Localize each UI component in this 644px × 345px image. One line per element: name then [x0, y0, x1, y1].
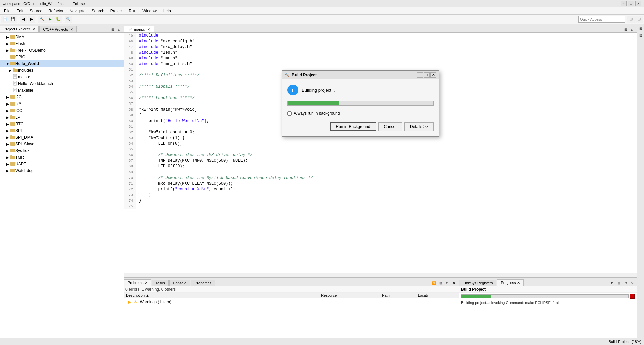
menu-item-help[interactable]: Help: [160, 8, 174, 14]
line-code-58[interactable]: "kw">int main("kw">void): [136, 107, 197, 113]
tree-item-tmr[interactable]: ▶TMR: [0, 154, 124, 161]
problems-maximize-btn[interactable]: □: [444, 280, 450, 286]
menu-item-file[interactable]: File: [1, 8, 13, 14]
line-code-59[interactable]: {: [136, 113, 141, 118]
line-code-49[interactable]: #include "tmr.h": [136, 56, 177, 61]
tree-item-i2c[interactable]: ▶I2C: [0, 94, 124, 100]
forward-button[interactable]: ▶: [28, 16, 35, 23]
tree-item-watchdog[interactable]: ▶Watchdog: [0, 167, 124, 174]
close-button[interactable]: ✕: [635, 1, 641, 6]
line-code-66[interactable]: /* Demonstrates the TMR driver delay */: [136, 152, 252, 158]
line-code-45[interactable]: #include: [136, 33, 161, 39]
tree-item-spi[interactable]: ▶SPI: [0, 127, 124, 134]
line-code-52[interactable]: /***** Definitions *****/: [136, 73, 199, 78]
tree-item-icc[interactable]: ▶ICC: [0, 107, 124, 114]
sidebar-tree[interactable]: ▶DMA▶Flash▶FreeRTOSDemo GPIO▼Hello_World…: [0, 33, 124, 338]
line-code-61[interactable]: [136, 124, 139, 130]
tree-item-makefile[interactable]: Makefile: [0, 87, 124, 94]
menu-item-window[interactable]: Window: [140, 8, 159, 14]
line-code-63[interactable]: "kw">while(1) {: [136, 135, 185, 141]
line-code-56[interactable]: /***** Functions *****/: [136, 95, 195, 101]
line-code-70[interactable]: /* Demonstrates the SysTick-based conven…: [136, 175, 313, 181]
details-button[interactable]: Details >>: [404, 122, 434, 131]
line-code-75[interactable]: [136, 204, 139, 209]
code-editor[interactable]: 45#include 46#include "mxc_config.h"47#i…: [124, 33, 637, 273]
tree-arrow-watchdog[interactable]: ▶: [5, 169, 10, 173]
warnings-row[interactable]: ▶ ⚠ Warnings (1 item): [124, 298, 319, 306]
tab-problems[interactable]: Problems ✕: [124, 279, 151, 286]
search-button[interactable]: 🔍: [65, 16, 72, 23]
tree-arrow-systick[interactable]: ▶: [5, 149, 10, 153]
tree-arrow-uart[interactable]: ▶: [5, 162, 10, 166]
menu-item-source[interactable]: Source: [27, 8, 45, 14]
tree-item-flash[interactable]: ▶Flash: [0, 40, 124, 47]
menu-item-search[interactable]: Search: [89, 8, 107, 14]
tree-item-spi_slave[interactable]: ▶SPI_Slave: [0, 141, 124, 147]
progress-close-btn[interactable]: ✕: [629, 280, 635, 286]
tree-arrow-i2c[interactable]: ▶: [5, 95, 10, 99]
cancel-button[interactable]: Cancel: [378, 122, 402, 131]
tree-arrow-hello_world[interactable]: ▼: [5, 62, 10, 66]
tree-arrow-icc[interactable]: ▶: [5, 109, 10, 113]
tree-arrow-spi[interactable]: ▶: [5, 129, 10, 133]
right-strip-btn-2[interactable]: ⊡: [638, 32, 644, 38]
tree-arrow-includes[interactable]: ▶: [8, 69, 13, 72]
tree-arrow-spi_slave[interactable]: ▶: [5, 142, 10, 146]
line-code-60[interactable]: printf("Hello World!\n");: [136, 118, 209, 124]
line-code-65[interactable]: [136, 147, 139, 152]
back-button[interactable]: ◀: [20, 16, 27, 23]
right-strip-btn-1[interactable]: ⊞: [638, 25, 644, 31]
build-button[interactable]: 🔨: [38, 16, 46, 23]
line-code-62[interactable]: "kw">int count = 0;: [136, 130, 195, 135]
menu-item-navigate[interactable]: Navigate: [67, 8, 88, 14]
tree-item-i2s[interactable]: ▶I2S: [0, 100, 124, 107]
perspective-btn-2[interactable]: ⊡: [635, 16, 643, 23]
line-code-54[interactable]: /***** Globals *****/: [136, 84, 190, 90]
sidebar-minimize-btn[interactable]: ⊟: [110, 26, 116, 32]
maximize-button[interactable]: □: [628, 1, 634, 6]
editor-tab-close[interactable]: ✕: [147, 28, 150, 31]
problems-filter-btn[interactable]: 🔽: [431, 280, 437, 286]
menu-item-run[interactable]: Run: [126, 8, 139, 14]
cpp-projects-close[interactable]: ✕: [70, 28, 73, 31]
menu-item-edit[interactable]: Edit: [14, 8, 26, 14]
line-code-69[interactable]: [136, 169, 139, 175]
progress-minimize-btn[interactable]: ⊟: [616, 280, 622, 286]
sidebar-maximize-btn[interactable]: □: [116, 26, 122, 32]
line-code-72[interactable]: printf("count = %d\n", count++);: [136, 187, 235, 192]
dialog-close-btn[interactable]: ✕: [430, 72, 436, 78]
tree-arrow-lp[interactable]: ▶: [5, 116, 10, 119]
tree-item-spi_dma[interactable]: ▶SPI_DMA: [0, 134, 124, 141]
menu-item-project[interactable]: Project: [108, 8, 125, 14]
tab-cpp-projects[interactable]: C/C++ Projects ✕: [39, 26, 77, 32]
code-horizontal-scroll[interactable]: [124, 273, 637, 277]
tree-item-freertos[interactable]: ▶FreeRTOSDemo: [0, 47, 124, 54]
line-code-73[interactable]: }: [136, 192, 151, 198]
line-code-47[interactable]: #include "mxc_delay.h": [136, 44, 192, 50]
tree-arrow-tmr[interactable]: ▶: [5, 156, 10, 159]
line-code-48[interactable]: #include "led.h": [136, 50, 177, 56]
problems-close-btn[interactable]: ✕: [451, 280, 457, 286]
tree-item-rtc[interactable]: ▶RTC: [0, 121, 124, 127]
line-code-71[interactable]: mxc_delay(MXC_DELAY_MSEC(500));: [136, 181, 233, 187]
run-in-background-button[interactable]: Run in Background: [330, 122, 376, 131]
tab-project-explorer[interactable]: Project Explorer ✕: [0, 26, 39, 32]
tree-item-launch[interactable]: Hello_World.launch: [0, 80, 124, 87]
tree-item-includes[interactable]: ▶Includes: [0, 67, 124, 74]
tab-embsys[interactable]: EmbSys Registers: [459, 280, 496, 286]
line-code-46[interactable]: #include "mxc_config.h": [136, 39, 195, 44]
tree-item-hello_world[interactable]: ▼Hello_World: [0, 60, 124, 67]
line-code-68[interactable]: LED_Off(0);: [136, 164, 185, 169]
tree-arrow-spi_dma[interactable]: ▶: [5, 136, 10, 139]
line-code-67[interactable]: TMR_Delay(MXC_TMR0, MSEC(500), NULL);: [136, 158, 248, 164]
tree-item-main_c[interactable]: main.c: [0, 74, 124, 80]
line-code-55[interactable]: [136, 90, 139, 95]
new-button[interactable]: 📄: [1, 16, 9, 23]
tab-tasks[interactable]: Tasks: [152, 280, 169, 286]
tree-item-gpio[interactable]: GPIO: [0, 54, 124, 60]
minimize-button[interactable]: −: [621, 1, 627, 6]
editor-minimize-btn[interactable]: ⊟: [623, 26, 629, 32]
progress-maximize-btn[interactable]: □: [623, 280, 629, 286]
progress-stop-button[interactable]: [630, 294, 635, 299]
line-code-64[interactable]: LED_On(0);: [136, 141, 182, 147]
